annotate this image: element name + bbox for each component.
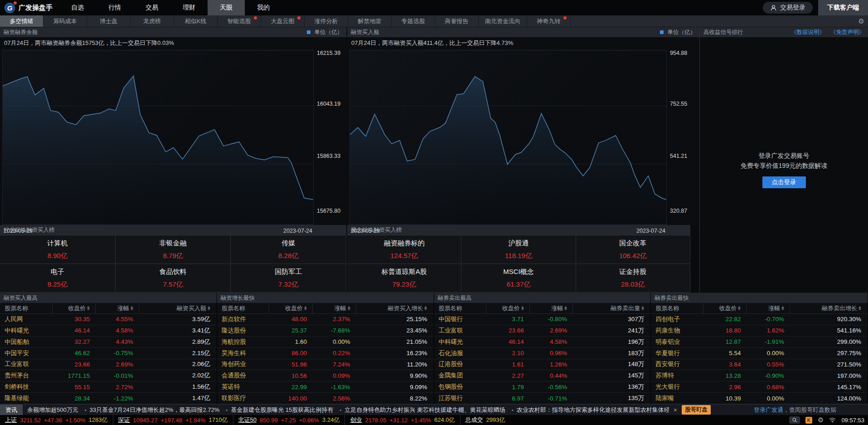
column-header-融券卖出增长[interactable]: 融券卖出增长 — [790, 303, 868, 313]
table-row[interactable]: 昊海生科86.000.22%16.23% — [217, 348, 434, 359]
table-row[interactable]: 四创电子22.82-0.70%920.30% — [651, 314, 868, 325]
sector-cell-标普道琼斯A股[interactable]: 标普道琼斯A股79.23亿 — [347, 264, 461, 293]
tab-南北资金流向[interactable]: 南北资金流向 — [479, 15, 527, 27]
sector-cell-国企改革[interactable]: 国企改革106.42亿 — [576, 235, 690, 264]
sector-cell-非银金融[interactable]: 非银金融8.79亿 — [116, 235, 231, 264]
menu-item-理财[interactable]: 理财 — [170, 0, 208, 15]
tab-大盘云图[interactable]: 大盘云图 — [261, 15, 305, 27]
table-row[interactable]: 石化油服2.100.96%183万 — [434, 348, 651, 359]
table-row[interactable]: 工业富联23.662.69%241万 — [434, 325, 651, 337]
data-description-link[interactable]: 《数据说明》 — [791, 29, 825, 36]
tab-专题选股[interactable]: 专题选股 — [392, 15, 435, 27]
disclaimer-link[interactable]: 《免责声明》 — [830, 29, 864, 36]
brand[interactable]: G 广发操盘手 — [0, 0, 59, 15]
table-row[interactable]: 人民网30.354.55%3.59亿 — [0, 314, 217, 325]
sector-cell-电子[interactable]: 电子8.25亿 — [0, 264, 116, 293]
column-header-涨幅[interactable]: 涨幅 — [746, 303, 790, 313]
table-row[interactable]: 包钢股份1.79-0.56%136万 — [434, 381, 651, 393]
table-row[interactable]: 陆家嘴10.390.00%124.00% — [651, 393, 868, 404]
table-row[interactable]: 联影医疗140.002.56%8.22% — [217, 393, 434, 404]
chart1-plot[interactable]: 2023-05-29 2023-07-24 — [2, 50, 314, 225]
close-icon[interactable]: × — [674, 406, 677, 414]
table-row[interactable]: 药康生物18.801.62%541.16% — [651, 325, 868, 337]
column-header-融资买入额[interactable]: 融资买入额 — [139, 303, 217, 313]
table-row[interactable]: 工业富联23.662.69%2.06亿 — [0, 359, 217, 371]
menu-item-我的[interactable]: 我的 — [245, 0, 282, 15]
column-header-涨幅[interactable]: 涨幅 — [529, 303, 573, 313]
table-row[interactable]: 中国平安46.62-0.75%2.15亿 — [0, 348, 217, 359]
table-row[interactable]: 中科曙光46.144.58%3.41亿 — [0, 325, 217, 337]
menu-item-交易[interactable]: 交易 — [133, 0, 170, 15]
table-row[interactable]: 中国船舶32.274.43%2.89亿 — [0, 337, 217, 348]
column-header-涨幅[interactable]: 涨幅 — [312, 303, 356, 313]
tab-解禁地雷[interactable]: 解禁地雷 — [348, 15, 392, 27]
table-row[interactable]: 隆达股份25.37-7.68%23.45% — [217, 325, 434, 337]
wifi-icon[interactable] — [829, 417, 836, 423]
table-row[interactable]: 中科曙光46.144.58%196万 — [434, 337, 651, 348]
tab-博士盘[interactable]: 博士盘 — [87, 15, 131, 27]
sector-cell-证金持股[interactable]: 证金持股28.03亿 — [576, 264, 690, 293]
table-row[interactable]: 英诺特22.99-1.63%9.09% — [217, 381, 434, 393]
menu-item-天眼[interactable]: 天眼 — [208, 0, 245, 15]
sector-cell-传媒[interactable]: 传媒8.28亿 — [231, 235, 346, 264]
tab-龙虎榜[interactable]: 龙虎榜 — [131, 15, 174, 27]
message-icon[interactable]: K — [805, 417, 812, 424]
table-row[interactable]: 贵州茅台1771.15-0.01%2.02亿 — [0, 370, 217, 381]
news-item[interactable]: 立足自身特色助力乡村振兴 麦芯科技援建牛棚、黄花菜晾晒场 — [344, 406, 505, 414]
column-header-股票名称[interactable]: 股票名称 — [217, 304, 269, 313]
click-login-button[interactable]: 点击登录 — [762, 176, 806, 188]
menu-item-行情[interactable]: 行情 — [96, 0, 133, 15]
column-header-融券卖出量[interactable]: 融券卖出量 — [572, 303, 650, 313]
tab-智能选股[interactable]: 智能选股 — [218, 15, 261, 27]
index-上证[interactable]: 上证3211.52+47.36+1.50%1283亿 — [0, 415, 113, 425]
trade-login-button[interactable]: 交易登录 — [763, 2, 813, 14]
table-row[interactable]: 海创药业51.967.24%11.20% — [217, 359, 434, 371]
column-header-收盘价[interactable]: 收盘价 — [486, 303, 529, 313]
tab-多空情绪[interactable]: 多空情绪 — [0, 15, 44, 27]
menu-item-自选[interactable]: 自选 — [59, 0, 96, 15]
sector-cell-沪股通[interactable]: 沪股通118.19亿 — [461, 235, 576, 264]
table-row[interactable]: 中国银行3.71-0.80%307万 — [434, 314, 651, 325]
column-header-收盘价[interactable]: 收盘价 — [703, 303, 747, 313]
news-item[interactable]: 农业农村部：指导地方探索多样化途径发展新型农村集体经济 — [517, 406, 669, 414]
table-row[interactable]: 新点软件48.002.37%25.15% — [217, 314, 434, 325]
table-row[interactable]: 西安银行3.640.55%271.50% — [651, 359, 868, 371]
table-row[interactable]: 苏博特13.28-0.90%197.00% — [651, 370, 868, 381]
sector-cell-计算机[interactable]: 计算机8.90亿 — [0, 235, 116, 264]
column-header-股票名称[interactable]: 股票名称 — [434, 304, 486, 313]
column-header-股票名称[interactable]: 股票名称 — [651, 304, 703, 313]
table-row[interactable]: 会通股份10.560.09%9.90% — [217, 370, 434, 381]
gear-icon[interactable]: ⚙ — [858, 15, 864, 27]
sector-cell-融资融券标的[interactable]: 融资融券标的124.57亿 — [347, 235, 461, 264]
index-创业[interactable]: 创业2178.05+31.12+1.45%624.0亿 — [345, 415, 460, 425]
column-header-股票名称[interactable]: 股票名称 — [0, 304, 52, 313]
table-row[interactable]: 辽港股份1.611.26%148万 — [434, 359, 651, 371]
tab-商誉报告[interactable]: 商誉报告 — [435, 15, 479, 27]
tab-相似K线[interactable]: 相似K线 — [174, 15, 218, 27]
tab-神奇九转[interactable]: 神奇九转 — [527, 15, 571, 27]
table-row[interactable]: 光大银行2.960.68%145.17% — [651, 381, 868, 393]
column-header-涨幅[interactable]: 涨幅 — [95, 303, 139, 313]
news-item[interactable]: 33只基金7月24日净值增长超2%，最高回报2.72% — [90, 406, 220, 414]
column-header-收盘价[interactable]: 收盘价 — [52, 303, 96, 313]
gf-link[interactable]: 登录广发通 — [754, 406, 783, 413]
sector-cell-国防军工[interactable]: 国防军工7.32亿 — [231, 264, 346, 293]
index-北证50[interactable]: 北证50850.99+7.25+0.86%3.24亿 — [233, 415, 345, 425]
index-深证[interactable]: 深证10945.27+197.48+1.84%1710亿 — [113, 415, 233, 425]
news-item[interactable]: 基金新建仓股票曝光 15股获高比例持有 — [231, 406, 333, 414]
table-row[interactable]: 剑桥科技55.152.72%1.56亿 — [0, 381, 217, 393]
table-row[interactable]: 明泰铝业12.87-1.91%299.00% — [651, 337, 868, 348]
settings-icon[interactable]: ⚙ — [818, 416, 824, 424]
tab-涨停分析[interactable]: 涨停分析 — [305, 15, 348, 27]
sector-cell-食品饮料[interactable]: 食品饮料7.57亿 — [116, 264, 231, 293]
stock-watch-badge[interactable]: 股哥盯盘 — [682, 405, 711, 415]
tab-筹码成本[interactable]: 筹码成本 — [44, 15, 87, 27]
download-client-button[interactable]: 下载客户端 — [818, 0, 868, 15]
table-row[interactable]: 江苏银行6.97-0.71%135万 — [434, 393, 651, 404]
table-row[interactable]: 隆基绿能28.34-1.22%1.47亿 — [0, 393, 217, 404]
column-header-收盘价[interactable]: 收盘价 — [269, 303, 312, 313]
news-item[interactable]: 余额增加超500万元 — [27, 406, 78, 414]
table-row[interactable]: 海航控股1.600.00%21.05% — [217, 337, 434, 348]
column-header-融资买入增长[interactable]: 融资买入增长 — [356, 303, 434, 313]
table-row[interactable]: 华夏银行5.540.00%297.75% — [651, 348, 868, 359]
